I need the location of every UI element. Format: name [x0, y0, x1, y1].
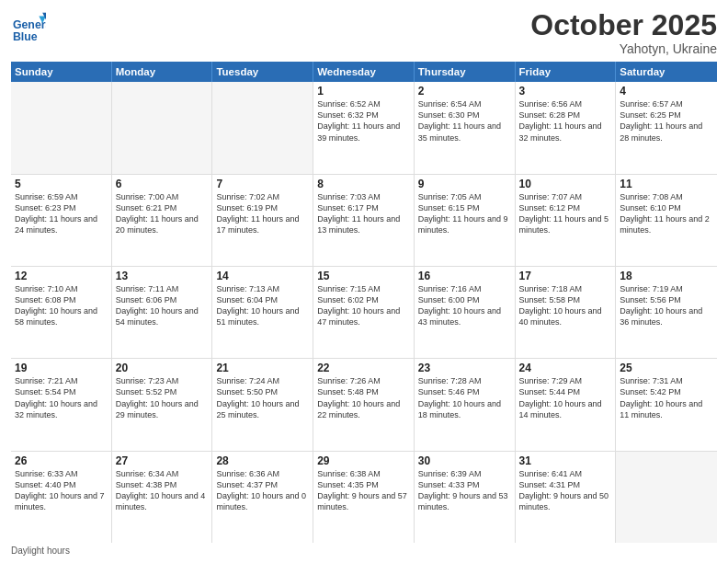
day-info: Sunrise: 7:00 AMSunset: 6:21 PMDaylight:… [116, 191, 209, 236]
day-info: Sunrise: 7:03 AMSunset: 6:17 PMDaylight:… [317, 191, 410, 236]
day-info: Sunrise: 7:08 AMSunset: 6:10 PMDaylight:… [620, 191, 713, 236]
day-cell: 18Sunrise: 7:19 AMSunset: 5:56 PMDayligh… [616, 267, 717, 358]
day-number: 5 [15, 178, 108, 190]
day-number: 25 [620, 362, 713, 374]
empty-cell [11, 82, 112, 173]
day-cell: 26Sunrise: 6:33 AMSunset: 4:40 PMDayligh… [11, 452, 112, 543]
day-info: Sunrise: 6:57 AMSunset: 6:25 PMDaylight:… [620, 98, 713, 144]
day-info: Sunrise: 6:38 AMSunset: 4:35 PMDaylight:… [317, 468, 410, 513]
day-number: 9 [418, 178, 511, 190]
day-cell: 4Sunrise: 6:57 AMSunset: 6:25 PMDaylight… [616, 82, 717, 173]
day-info: Sunrise: 6:59 AMSunset: 6:23 PMDaylight:… [15, 191, 108, 236]
day-info: Sunrise: 7:29 AMSunset: 5:44 PMDaylight:… [519, 375, 612, 420]
day-of-week-header: Wednesday [313, 62, 415, 82]
calendar-week-row: 5Sunrise: 6:59 AMSunset: 6:23 PMDaylight… [11, 175, 717, 267]
month-title: October 2025 [530, 9, 717, 41]
logo-icon: General Blue [11, 9, 46, 44]
empty-cell [112, 82, 213, 173]
header: General Blue October 2025 Yahotyn, Ukrai… [11, 9, 717, 56]
day-of-week-header: Thursday [415, 62, 516, 82]
day-cell: 11Sunrise: 7:08 AMSunset: 6:10 PMDayligh… [616, 175, 717, 266]
day-cell: 12Sunrise: 7:10 AMSunset: 6:08 PMDayligh… [11, 267, 112, 358]
day-number: 1 [317, 85, 410, 98]
day-number: 10 [519, 178, 612, 190]
day-cell: 24Sunrise: 7:29 AMSunset: 5:44 PMDayligh… [516, 359, 617, 450]
day-info: Sunrise: 6:33 AMSunset: 4:40 PMDaylight:… [15, 468, 108, 513]
day-number: 20 [116, 362, 209, 374]
calendar-week-row: 26Sunrise: 6:33 AMSunset: 4:40 PMDayligh… [11, 452, 717, 543]
day-cell: 31Sunrise: 6:41 AMSunset: 4:31 PMDayligh… [516, 452, 617, 543]
day-number: 6 [116, 178, 209, 190]
calendar: SundayMondayTuesdayWednesdayThursdayFrid… [11, 62, 717, 543]
day-info: Sunrise: 7:15 AMSunset: 6:02 PMDaylight:… [317, 283, 410, 328]
day-number: 14 [216, 270, 309, 282]
day-cell: 7Sunrise: 7:02 AMSunset: 6:19 PMDaylight… [212, 175, 313, 266]
day-number: 3 [519, 85, 612, 98]
day-cell: 14Sunrise: 7:13 AMSunset: 6:04 PMDayligh… [212, 267, 313, 358]
svg-text:Blue: Blue [13, 30, 38, 43]
day-info: Sunrise: 6:39 AMSunset: 4:33 PMDaylight:… [418, 468, 511, 513]
empty-cell [212, 82, 313, 173]
day-cell: 9Sunrise: 7:05 AMSunset: 6:15 PMDaylight… [415, 175, 516, 266]
day-number: 31 [519, 454, 612, 467]
day-cell: 25Sunrise: 7:31 AMSunset: 5:42 PMDayligh… [616, 359, 717, 450]
logo: General Blue [11, 9, 50, 44]
day-info: Sunrise: 6:56 AMSunset: 6:28 PMDaylight:… [519, 98, 612, 144]
day-number: 4 [620, 85, 713, 98]
day-info: Sunrise: 6:36 AMSunset: 4:37 PMDaylight:… [216, 468, 309, 513]
footer-note: Daylight hours [11, 543, 717, 556]
day-number: 18 [620, 270, 713, 282]
empty-cell [616, 452, 717, 543]
day-info: Sunrise: 7:13 AMSunset: 6:04 PMDaylight:… [216, 283, 309, 328]
day-info: Sunrise: 7:26 AMSunset: 5:48 PMDaylight:… [317, 375, 410, 420]
day-number: 17 [519, 270, 612, 282]
day-cell: 17Sunrise: 7:18 AMSunset: 5:58 PMDayligh… [516, 267, 617, 358]
day-info: Sunrise: 6:41 AMSunset: 4:31 PMDaylight:… [519, 468, 612, 513]
day-number: 15 [317, 270, 410, 282]
day-info: Sunrise: 7:05 AMSunset: 6:15 PMDaylight:… [418, 191, 511, 236]
day-number: 2 [418, 85, 511, 98]
day-info: Sunrise: 7:19 AMSunset: 5:56 PMDaylight:… [620, 283, 713, 328]
day-info: Sunrise: 7:07 AMSunset: 6:12 PMDaylight:… [519, 191, 612, 236]
day-cell: 21Sunrise: 7:24 AMSunset: 5:50 PMDayligh… [212, 359, 313, 450]
day-number: 24 [519, 362, 612, 374]
day-info: Sunrise: 7:28 AMSunset: 5:46 PMDaylight:… [418, 375, 511, 420]
title-block: October 2025 Yahotyn, Ukraine [530, 9, 717, 56]
day-info: Sunrise: 7:02 AMSunset: 6:19 PMDaylight:… [216, 191, 309, 236]
day-cell: 2Sunrise: 6:54 AMSunset: 6:30 PMDaylight… [415, 82, 516, 173]
day-cell: 8Sunrise: 7:03 AMSunset: 6:17 PMDaylight… [313, 175, 415, 266]
day-cell: 19Sunrise: 7:21 AMSunset: 5:54 PMDayligh… [11, 359, 112, 450]
day-cell: 27Sunrise: 6:34 AMSunset: 4:38 PMDayligh… [112, 452, 213, 543]
day-number: 16 [418, 270, 511, 282]
day-cell: 6Sunrise: 7:00 AMSunset: 6:21 PMDaylight… [112, 175, 213, 266]
day-info: Sunrise: 7:11 AMSunset: 6:06 PMDaylight:… [116, 283, 209, 328]
day-of-week-header: Sunday [11, 62, 112, 82]
day-of-week-header: Friday [516, 62, 617, 82]
subtitle: Yahotyn, Ukraine [530, 41, 717, 56]
day-number: 27 [116, 454, 209, 467]
page-container: General Blue October 2025 Yahotyn, Ukrai… [0, 0, 728, 563]
day-number: 30 [418, 454, 511, 467]
day-cell: 28Sunrise: 6:36 AMSunset: 4:37 PMDayligh… [212, 452, 313, 543]
day-info: Sunrise: 7:31 AMSunset: 5:42 PMDaylight:… [620, 375, 713, 420]
day-number: 29 [317, 454, 410, 467]
day-of-week-header: Saturday [616, 62, 717, 82]
day-info: Sunrise: 6:54 AMSunset: 6:30 PMDaylight:… [418, 98, 511, 144]
day-cell: 1Sunrise: 6:52 AMSunset: 6:32 PMDaylight… [313, 82, 415, 173]
day-cell: 13Sunrise: 7:11 AMSunset: 6:06 PMDayligh… [112, 267, 213, 358]
day-info: Sunrise: 6:34 AMSunset: 4:38 PMDaylight:… [116, 468, 209, 513]
day-info: Sunrise: 7:21 AMSunset: 5:54 PMDaylight:… [15, 375, 108, 420]
day-cell: 5Sunrise: 6:59 AMSunset: 6:23 PMDaylight… [11, 175, 112, 266]
calendar-week-row: 12Sunrise: 7:10 AMSunset: 6:08 PMDayligh… [11, 267, 717, 359]
day-cell: 30Sunrise: 6:39 AMSunset: 4:33 PMDayligh… [415, 452, 516, 543]
day-number: 28 [216, 454, 309, 467]
calendar-week-row: 1Sunrise: 6:52 AMSunset: 6:32 PMDaylight… [11, 82, 717, 174]
day-number: 7 [216, 178, 309, 190]
day-of-week-header: Monday [112, 62, 213, 82]
day-number: 21 [216, 362, 309, 374]
day-number: 13 [116, 270, 209, 282]
day-cell: 10Sunrise: 7:07 AMSunset: 6:12 PMDayligh… [516, 175, 617, 266]
svg-text:General: General [13, 18, 46, 31]
day-info: Sunrise: 7:10 AMSunset: 6:08 PMDaylight:… [15, 283, 108, 328]
day-cell: 29Sunrise: 6:38 AMSunset: 4:35 PMDayligh… [313, 452, 415, 543]
